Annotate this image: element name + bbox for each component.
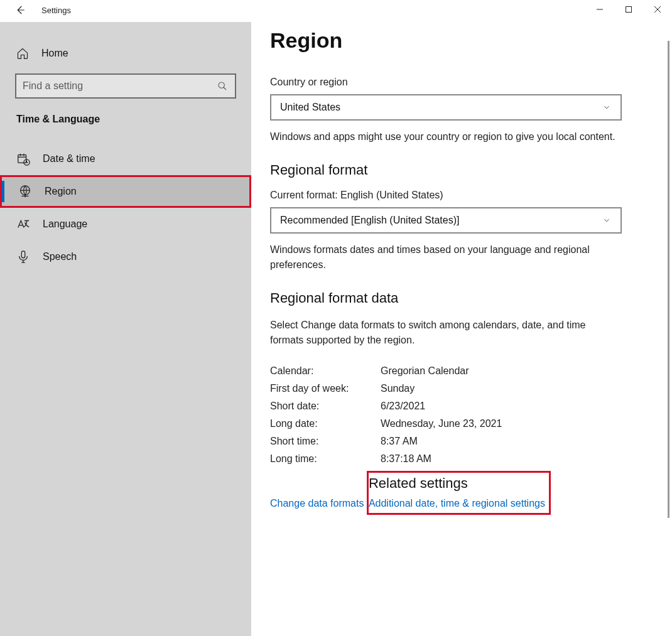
search-icon <box>216 80 229 92</box>
regional-format-desc: Windows formats dates and times based on… <box>270 242 622 272</box>
country-desc: Windows and apps might use your country … <box>270 129 622 144</box>
maximize-button[interactable] <box>614 0 643 19</box>
sidebar-item-speech[interactable]: Speech <box>0 240 251 273</box>
sidebar-section-title: Time & Language <box>0 114 251 125</box>
microphone-icon <box>16 250 30 264</box>
regional-format-heading: Regional format <box>270 162 647 178</box>
window-title: Settings <box>41 6 71 15</box>
data-key: First day of week: <box>270 383 381 394</box>
data-key: Long time: <box>270 453 381 465</box>
related-settings-highlight: Related settings Additional date, time &… <box>367 471 551 515</box>
close-icon <box>654 6 661 13</box>
search-input[interactable] <box>23 80 216 92</box>
sidebar-item-date-time[interactable]: Date & time <box>0 143 251 175</box>
data-key: Short time: <box>270 436 381 447</box>
data-value: Gregorian Calendar <box>381 365 469 377</box>
close-button[interactable] <box>643 0 672 19</box>
country-label: Country or region <box>270 77 647 88</box>
maximize-icon <box>625 6 632 13</box>
globe-icon <box>18 185 32 198</box>
chevron-down-icon <box>602 215 612 225</box>
data-row: First day of week:Sunday <box>270 383 647 394</box>
minimize-button[interactable] <box>585 0 614 19</box>
sidebar: Home Time & Language Date & time <box>0 22 251 636</box>
content-area: Region Country or region United States W… <box>251 22 672 636</box>
data-key: Long date: <box>270 418 381 429</box>
sidebar-item-label: Region <box>45 186 77 197</box>
sidebar-item-language[interactable]: Language <box>0 208 251 240</box>
data-row: Short date:6/23/2021 <box>270 401 647 412</box>
page-title: Region <box>270 28 647 53</box>
arrow-left-icon <box>14 4 26 16</box>
data-row: Calendar:Gregorian Calendar <box>270 365 647 377</box>
regional-format-data-desc: Select Change data formats to switch amo… <box>270 318 622 348</box>
data-row: Long date:Wednesday, June 23, 2021 <box>270 418 647 429</box>
data-value: Wednesday, June 23, 2021 <box>381 418 502 429</box>
regional-format-data-heading: Regional format data <box>270 290 647 306</box>
data-row: Long time:8:37:18 AM <box>270 453 647 465</box>
sidebar-item-label: Speech <box>43 251 77 262</box>
titlebar: Settings <box>0 0 672 22</box>
home-nav[interactable]: Home <box>0 47 251 60</box>
scrollbar[interactable] <box>668 41 669 518</box>
chevron-down-icon <box>602 102 612 112</box>
related-settings-heading: Related settings <box>369 475 545 492</box>
data-value: 8:37 AM <box>381 436 418 447</box>
sidebar-item-label: Date & time <box>43 153 95 164</box>
svg-rect-12 <box>21 251 25 258</box>
svg-rect-6 <box>18 155 26 163</box>
regional-format-value: Recommended [English (United States)] <box>280 215 602 226</box>
search-box[interactable] <box>15 73 236 99</box>
data-key: Calendar: <box>270 365 381 377</box>
country-dropdown[interactable]: United States <box>270 94 622 121</box>
back-button[interactable] <box>14 4 26 16</box>
data-key: Short date: <box>270 401 381 412</box>
svg-point-4 <box>219 82 224 88</box>
current-format-label: Current format: English (United States) <box>270 190 647 201</box>
sidebar-item-label: Language <box>43 218 87 230</box>
sidebar-item-region[interactable]: Region <box>0 175 251 208</box>
data-value: 6/23/2021 <box>381 401 425 412</box>
minimize-icon <box>596 6 604 13</box>
additional-settings-link[interactable]: Additional date, time & regional setting… <box>369 498 545 509</box>
regional-format-dropdown[interactable]: Recommended [English (United States)] <box>270 207 622 234</box>
data-value: 8:37:18 AM <box>381 453 431 465</box>
change-data-formats-link[interactable]: Change data formats <box>270 498 364 509</box>
data-row: Short time:8:37 AM <box>270 436 647 447</box>
home-icon <box>16 47 29 60</box>
svg-line-5 <box>224 87 226 90</box>
svg-rect-1 <box>626 7 632 13</box>
home-label: Home <box>41 48 68 59</box>
country-value: United States <box>280 102 602 113</box>
data-value: Sunday <box>381 383 415 394</box>
calendar-clock-icon <box>16 152 30 166</box>
language-icon <box>16 217 30 231</box>
